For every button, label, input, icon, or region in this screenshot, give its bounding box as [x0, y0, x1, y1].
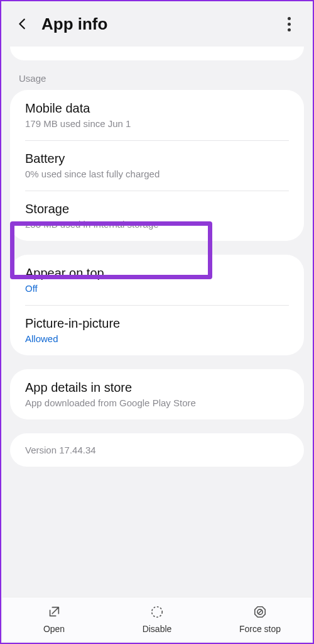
row-battery[interactable]: Battery 0% used since last fully charged [10, 140, 304, 191]
store-card: App details in store App downloaded from… [10, 369, 304, 419]
open-button[interactable]: Open [3, 604, 106, 634]
page-title: App info [41, 14, 278, 34]
row-sub: 179 MB used since Jun 1 [25, 118, 289, 129]
row-title: App details in store [25, 380, 289, 395]
row-value: Off [25, 283, 289, 294]
row-mobile-data[interactable]: Mobile data 179 MB used since Jun 1 [10, 90, 304, 140]
force-stop-button[interactable]: Force stop [208, 604, 311, 634]
row-appear-on-top[interactable]: Appear on top Off [10, 255, 304, 305]
row-picture-in-picture[interactable]: Picture-in-picture Allowed [10, 305, 304, 355]
row-storage[interactable]: Storage 283 MB used in Internal storage [10, 191, 304, 241]
open-label: Open [43, 624, 65, 634]
header-bar: App info [1, 1, 313, 47]
chevron-left-icon [16, 17, 30, 31]
display-card: Appear on top Off Picture-in-picture All… [10, 255, 304, 355]
row-value: Allowed [25, 333, 289, 344]
row-sub: 283 MB used in Internal storage [25, 219, 289, 230]
version-card: Version 17.44.34 [10, 433, 304, 467]
disable-label: Disable [143, 624, 172, 634]
row-sub: 0% used since last fully charged [25, 169, 289, 179]
version-text: Version 17.44.34 [25, 445, 289, 455]
row-title: Picture-in-picture [25, 316, 289, 331]
force-stop-icon [252, 604, 268, 620]
row-title: Storage [25, 202, 289, 216]
disable-button[interactable]: Disable [106, 604, 208, 634]
disable-icon [149, 604, 165, 620]
row-title: Battery [25, 152, 289, 166]
section-label-usage: Usage [1, 60, 313, 90]
row-app-details-in-store[interactable]: App details in store App downloaded from… [10, 369, 304, 419]
row-title: Mobile data [25, 101, 289, 116]
force-stop-label: Force stop [239, 624, 281, 634]
back-button[interactable] [11, 13, 34, 35]
svg-point-0 [152, 607, 163, 618]
row-sub: App downloaded from Google Play Store [25, 397, 289, 408]
previous-card-stub [10, 47, 304, 60]
usage-card: Mobile data 179 MB used since Jun 1 Batt… [10, 90, 304, 241]
more-options-button[interactable] [278, 13, 300, 35]
more-vertical-icon [288, 16, 291, 33]
row-title: Appear on top [25, 266, 289, 280]
bottom-action-bar: Open Disable Force stop [3, 597, 311, 641]
row-version: Version 17.44.34 [10, 433, 304, 467]
open-icon [46, 604, 62, 620]
